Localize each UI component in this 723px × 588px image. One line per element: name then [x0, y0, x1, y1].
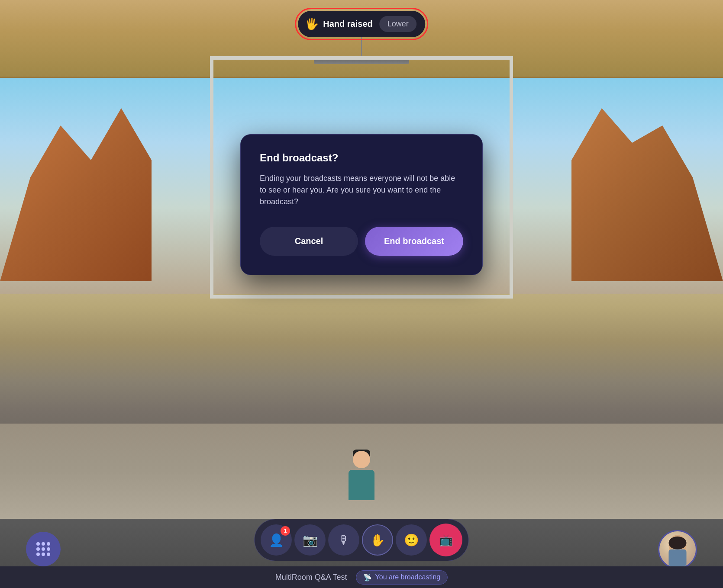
end-broadcast-button[interactable]: End broadcast	[365, 227, 463, 256]
camera-button[interactable]: 📷	[294, 524, 326, 556]
hand-raised-label: Hand raised	[323, 19, 372, 29]
camera-icon: 📷	[303, 533, 318, 547]
modal-body: Ending your broadcasts means everyone wi…	[260, 173, 463, 208]
vr-character	[344, 450, 379, 506]
hand-raised-notification: 🖐 Hand raised Lower	[295, 8, 428, 40]
status-bar: MultiRoom Q&A Test 📡 You are broadcastin…	[0, 566, 723, 588]
svg-point-1	[668, 537, 686, 549]
toolbar-pill: 👤 1 📷 🎙 ✋ 🙂 📺	[254, 519, 469, 561]
broadcast-button[interactable]: 📺	[429, 524, 462, 556]
end-broadcast-modal: End broadcast? Ending your broadcasts me…	[240, 134, 483, 275]
hand-raised-pill: 🖐 Hand raised Lower	[298, 11, 425, 37]
svg-point-3	[669, 555, 685, 566]
broadcast-small-icon: 📡	[363, 573, 372, 582]
emoji-icon: 🙂	[404, 533, 419, 547]
modal-title: End broadcast?	[260, 152, 463, 164]
broadcasting-badge: 📡 You are broadcasting	[356, 570, 448, 585]
avatar-svg	[659, 531, 696, 568]
emoji-button[interactable]: 🙂	[396, 524, 427, 556]
people-button[interactable]: 👤 1	[261, 524, 292, 556]
broadcast-icon: 📺	[439, 533, 453, 547]
hand-raised-icon: 🖐	[305, 17, 319, 31]
lower-hand-button[interactable]: Lower	[380, 16, 416, 32]
modal-buttons: Cancel End broadcast	[260, 227, 463, 256]
people-badge: 1	[281, 526, 290, 536]
char-head	[353, 451, 370, 468]
hand-icon-toolbar: ✋	[370, 533, 385, 547]
cancel-button[interactable]: Cancel	[260, 227, 358, 256]
broadcasting-label: You are broadcasting	[375, 573, 441, 581]
char-body	[349, 470, 374, 500]
mic-icon: 🎙	[338, 533, 350, 547]
hand-button[interactable]: ✋	[362, 524, 393, 556]
room-name: MultiRoom Q&A Test	[275, 573, 347, 582]
bottom-area: 👤 1 📷 🎙 ✋ 🙂 📺	[0, 519, 723, 588]
mic-button[interactable]: 🎙	[328, 524, 359, 556]
people-icon: 👤	[269, 533, 284, 547]
toolbar-content: 👤 1 📷 🎙 ✋ 🙂 📺	[0, 519, 723, 561]
avatar-button[interactable]	[658, 530, 697, 569]
hand-raised-border: 🖐 Hand raised Lower	[295, 8, 428, 40]
avatar-face	[659, 531, 696, 568]
